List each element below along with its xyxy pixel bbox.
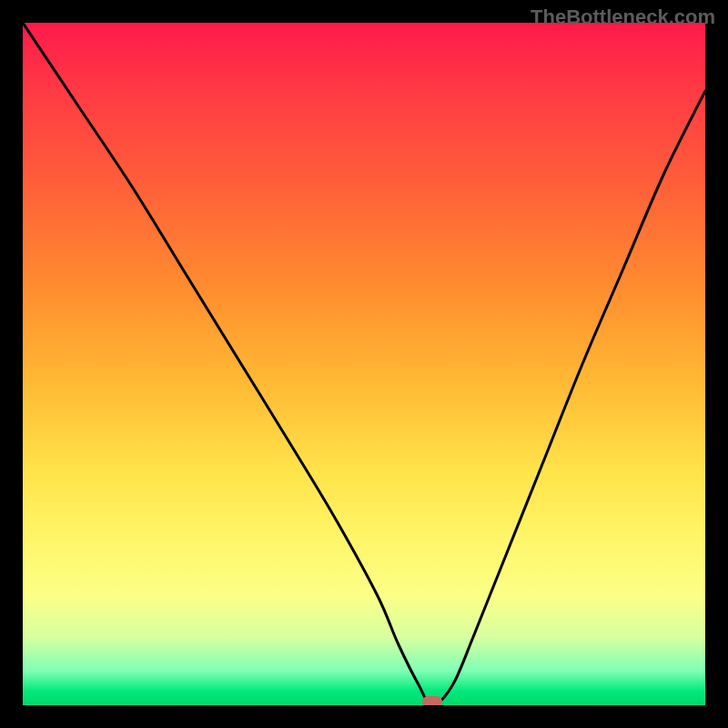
chart-frame: TheBottleneck.com — [0, 0, 728, 728]
watermark-label: TheBottleneck.com — [531, 5, 715, 29]
min-marker — [422, 696, 442, 705]
bottleneck-curve — [23, 23, 705, 705]
plot-area — [23, 23, 705, 705]
